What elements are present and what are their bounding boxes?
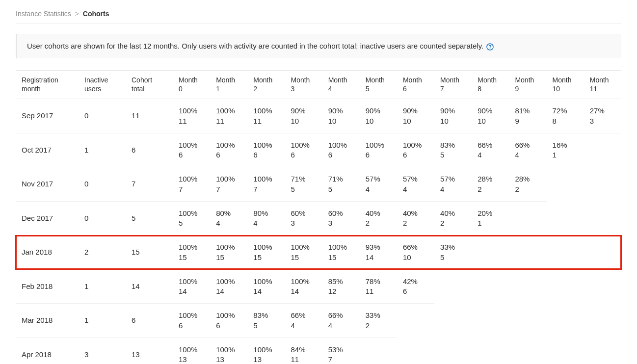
month-cell-empty — [547, 304, 584, 338]
month-cell: 16%1 — [547, 133, 584, 167]
month-cell-empty — [434, 338, 472, 364]
month-cell-empty — [584, 338, 621, 364]
month-cell-empty — [434, 304, 472, 338]
breadcrumb: Instance Statistics > Cohorts — [16, 8, 621, 24]
month-cell: 60%3 — [322, 201, 360, 235]
help-icon[interactable] — [486, 43, 494, 51]
column-header: Month4 — [322, 70, 360, 99]
month-cell: 100%7 — [210, 167, 247, 202]
month-cell: 84%11 — [285, 338, 322, 364]
month-cell: 72%8 — [547, 99, 584, 133]
month-cell: 53%7 — [322, 338, 360, 364]
registration-month: Oct 2017 — [16, 133, 79, 167]
month-cell: 60%3 — [285, 201, 322, 235]
cohort-total: 6 — [126, 304, 173, 338]
month-cell-empty — [434, 269, 472, 304]
table-row: Oct 201716100%6100%6100%6100%6100%6100%6… — [16, 133, 621, 167]
registration-month: Sep 2017 — [16, 99, 79, 133]
month-cell: 71%5 — [285, 167, 322, 202]
month-cell: 100%15 — [210, 235, 247, 270]
inactive-users: 0 — [79, 99, 126, 133]
column-header: Month11 — [584, 70, 621, 99]
month-cell: 100%6 — [173, 133, 210, 167]
month-cell: 100%15 — [247, 235, 285, 270]
inactive-users: 1 — [79, 304, 126, 338]
month-cell-empty — [584, 167, 621, 202]
month-cell: 42%6 — [397, 269, 434, 304]
registration-month: Feb 2018 — [16, 269, 79, 304]
table-header: RegistrationmonthInactiveusersCohorttota… — [16, 70, 621, 99]
month-cell: 80%4 — [210, 201, 247, 235]
month-cell: 78%11 — [360, 269, 397, 304]
month-cell: 100%14 — [247, 269, 285, 304]
month-cell: 100%6 — [210, 133, 247, 167]
table-row: Feb 2018114100%14100%14100%14100%1485%12… — [16, 269, 621, 304]
month-cell: 33%2 — [360, 304, 397, 338]
month-cell: 100%11 — [210, 99, 247, 133]
month-cell: 28%2 — [472, 167, 509, 202]
month-cell-empty — [397, 338, 434, 364]
cohort-total: 7 — [126, 167, 173, 202]
month-cell-empty — [509, 304, 546, 338]
column-header: Month3 — [285, 70, 322, 99]
month-cell: 93%14 — [360, 235, 397, 270]
month-cell: 100%15 — [173, 235, 210, 270]
month-cell: 100%6 — [322, 133, 360, 167]
registration-month: Nov 2017 — [16, 167, 79, 202]
month-cell: 100%14 — [210, 269, 247, 304]
month-cell: 83%5 — [434, 133, 472, 167]
table-row: Apr 2018313100%13100%13100%1384%1153%7 — [16, 338, 621, 364]
column-header: Month1 — [210, 70, 247, 99]
month-cell: 83%5 — [247, 304, 285, 338]
month-cell: 100%6 — [210, 304, 247, 338]
month-cell: 100%13 — [173, 338, 210, 364]
month-cell-empty — [584, 269, 621, 304]
month-cell: 66%4 — [509, 133, 546, 167]
column-header: Month2 — [247, 70, 285, 99]
month-cell: 40%2 — [397, 201, 434, 235]
month-cell: 57%4 — [360, 167, 397, 202]
breadcrumb-current: Cohorts — [83, 10, 109, 18]
month-cell: 33%5 — [434, 235, 472, 270]
column-header: Month9 — [509, 70, 546, 99]
cohort-total: 11 — [126, 99, 173, 133]
month-cell-empty — [584, 304, 621, 338]
month-cell-empty — [547, 338, 584, 364]
registration-month: Apr 2018 — [16, 338, 79, 364]
registration-month: Dec 2017 — [16, 201, 79, 235]
month-cell: 100%6 — [397, 133, 434, 167]
month-cell: 40%2 — [434, 201, 472, 235]
month-cell-empty — [509, 338, 546, 364]
month-cell-empty — [584, 235, 621, 270]
month-cell: 100%13 — [247, 338, 285, 364]
table-body: Sep 2017011100%11100%11100%1190%1090%109… — [16, 99, 621, 364]
month-cell: 66%10 — [397, 235, 434, 270]
month-cell-empty — [472, 235, 509, 270]
month-cell: 100%6 — [360, 133, 397, 167]
month-cell: 20%1 — [472, 201, 509, 235]
month-cell: 100%11 — [173, 99, 210, 133]
month-cell: 100%5 — [173, 201, 210, 235]
month-cell: 100%13 — [210, 338, 247, 364]
registration-month: Jan 2018 — [16, 235, 79, 270]
month-cell-empty — [509, 201, 546, 235]
month-cell: 100%7 — [173, 167, 210, 202]
table-row: Mar 201816100%6100%683%566%466%433%2 — [16, 304, 621, 338]
month-cell: 90%10 — [472, 99, 509, 133]
breadcrumb-parent-link[interactable]: Instance Statistics — [16, 10, 71, 18]
month-cell: 27%3 — [584, 99, 621, 133]
inactive-users: 2 — [79, 235, 126, 270]
table-row: Jan 2018215100%15100%15100%15100%15100%1… — [16, 235, 621, 270]
column-header: Month7 — [434, 70, 472, 99]
breadcrumb-separator: > — [75, 10, 79, 18]
month-cell: 28%2 — [509, 167, 546, 202]
month-cell-empty — [472, 338, 509, 364]
month-cell-empty — [584, 201, 621, 235]
month-cell: 90%10 — [285, 99, 322, 133]
month-cell: 90%10 — [322, 99, 360, 133]
month-cell: 85%12 — [322, 269, 360, 304]
inactive-users: 0 — [79, 167, 126, 202]
cohort-total: 13 — [126, 338, 173, 364]
month-cell: 90%10 — [434, 99, 472, 133]
registration-month: Mar 2018 — [16, 304, 79, 338]
